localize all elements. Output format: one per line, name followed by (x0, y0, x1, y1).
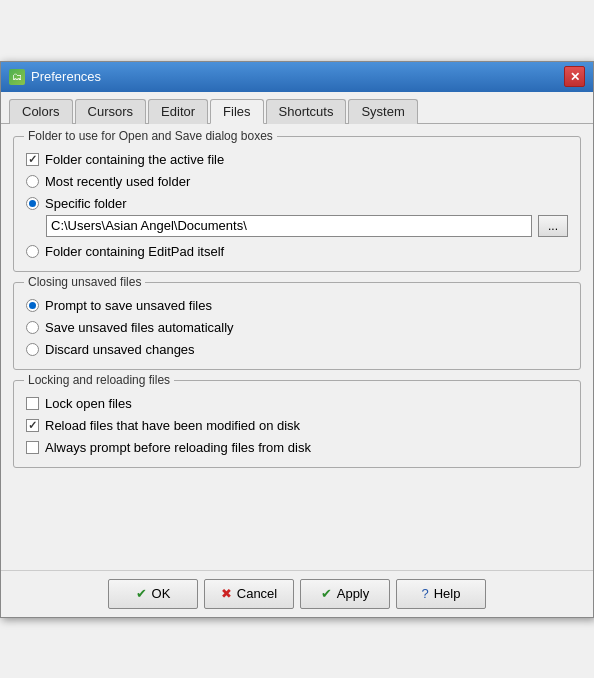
save-auto-label: Save unsaved files automatically (45, 320, 234, 335)
spacer (13, 478, 581, 558)
help-icon: ? (422, 586, 429, 601)
save-auto-row: Save unsaved files automatically (26, 320, 568, 335)
lock-open-files-row: Lock open files (26, 396, 568, 411)
folder-active-file-row: Folder containing the active file (26, 152, 568, 167)
editpad-folder-label: Folder containing EditPad itself (45, 244, 224, 259)
tab-files[interactable]: Files (210, 99, 263, 124)
apply-button[interactable]: ✔ Apply (300, 579, 390, 609)
lock-open-files-label: Lock open files (45, 396, 132, 411)
folder-path-input[interactable] (46, 215, 532, 237)
close-button[interactable]: ✕ (564, 66, 585, 87)
editpad-folder-radio[interactable] (26, 245, 39, 258)
footer: ✔ OK ✖ Cancel ✔ Apply ? Help (1, 570, 593, 617)
ok-icon: ✔ (136, 586, 147, 601)
cancel-label: Cancel (237, 586, 277, 601)
most-recent-row: Most recently used folder (26, 174, 568, 189)
most-recent-label: Most recently used folder (45, 174, 190, 189)
help-label: Help (434, 586, 461, 601)
tabs-bar: Colors Cursors Editor Files Shortcuts Sy… (1, 92, 593, 124)
folder-group: Folder to use for Open and Save dialog b… (13, 136, 581, 272)
discard-changes-row: Discard unsaved changes (26, 342, 568, 357)
specific-folder-label: Specific folder (45, 196, 127, 211)
apply-label: Apply (337, 586, 370, 601)
ok-button[interactable]: ✔ OK (108, 579, 198, 609)
lock-open-files-checkbox[interactable] (26, 397, 39, 410)
always-prompt-reload-row: Always prompt before reloading files fro… (26, 440, 568, 455)
folder-active-file-checkbox[interactable] (26, 153, 39, 166)
folder-path-row: ... (46, 215, 568, 237)
prompt-save-label: Prompt to save unsaved files (45, 298, 212, 313)
folder-active-file-label: Folder containing the active file (45, 152, 224, 167)
editpad-folder-row: Folder containing EditPad itself (26, 244, 568, 259)
locking-group-label: Locking and reloading files (24, 373, 174, 387)
tab-colors[interactable]: Colors (9, 99, 73, 124)
reload-modified-checkbox[interactable] (26, 419, 39, 432)
app-icon: 🗂 (9, 69, 25, 85)
window-title: Preferences (31, 69, 101, 84)
locking-group: Locking and reloading files Lock open fi… (13, 380, 581, 468)
always-prompt-reload-label: Always prompt before reloading files fro… (45, 440, 311, 455)
discard-changes-radio[interactable] (26, 343, 39, 356)
discard-changes-label: Discard unsaved changes (45, 342, 195, 357)
specific-folder-row: Specific folder (26, 196, 568, 211)
content-area: Folder to use for Open and Save dialog b… (1, 124, 593, 570)
closing-group: Closing unsaved files Prompt to save uns… (13, 282, 581, 370)
specific-folder-radio[interactable] (26, 197, 39, 210)
help-button[interactable]: ? Help (396, 579, 486, 609)
apply-icon: ✔ (321, 586, 332, 601)
cancel-button[interactable]: ✖ Cancel (204, 579, 294, 609)
tab-cursors[interactable]: Cursors (75, 99, 147, 124)
ok-label: OK (152, 586, 171, 601)
prompt-save-radio[interactable] (26, 299, 39, 312)
save-auto-radio[interactable] (26, 321, 39, 334)
most-recent-radio[interactable] (26, 175, 39, 188)
closing-group-label: Closing unsaved files (24, 275, 145, 289)
tab-system[interactable]: System (348, 99, 417, 124)
preferences-window: 🗂 Preferences ✕ Colors Cursors Editor Fi… (0, 61, 594, 618)
folder-group-label: Folder to use for Open and Save dialog b… (24, 129, 277, 143)
always-prompt-reload-checkbox[interactable] (26, 441, 39, 454)
prompt-save-row: Prompt to save unsaved files (26, 298, 568, 313)
reload-modified-row: Reload files that have been modified on … (26, 418, 568, 433)
browse-button[interactable]: ... (538, 215, 568, 237)
tab-editor[interactable]: Editor (148, 99, 208, 124)
reload-modified-label: Reload files that have been modified on … (45, 418, 300, 433)
title-bar-left: 🗂 Preferences (9, 69, 101, 85)
cancel-icon: ✖ (221, 586, 232, 601)
tab-shortcuts[interactable]: Shortcuts (266, 99, 347, 124)
title-bar: 🗂 Preferences ✕ (1, 62, 593, 92)
